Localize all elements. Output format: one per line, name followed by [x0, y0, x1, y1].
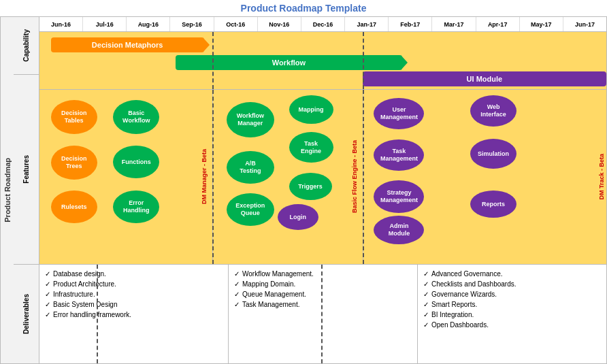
task-management-oval: TaskManagement	[374, 139, 424, 171]
month-jun17: Jun-17	[563, 17, 606, 31]
deliverables-section-3: ✓ Advanced Governance. ✓ Checklists and …	[418, 265, 606, 363]
dashed-line-sep16-feat	[212, 90, 214, 264]
login-oval: Login	[278, 204, 318, 230]
month-sep16: Sep-16	[170, 17, 214, 31]
month-jan17: Jan-17	[345, 17, 389, 31]
task-engine-oval: TaskEngine	[289, 132, 333, 163]
strategy-management-oval: StrategyManagement	[374, 180, 424, 213]
month-aug16: Aug-16	[127, 17, 170, 31]
capability-row: Decision Metaphors Workflow UI Module	[39, 32, 606, 90]
ui-module-bar: UI Module	[363, 71, 606, 86]
decision-tables-oval: DecisionTables	[51, 100, 97, 134]
functions-oval: Functions	[113, 146, 159, 178]
dashed-line-jan17-cap	[363, 32, 364, 89]
deliverables-label: Deliverables	[14, 265, 39, 363]
basic-flow-engine-beta: Basic Flow Engine - Beta	[351, 103, 358, 250]
month-jul16: Jul-16	[83, 17, 127, 31]
mapping-oval: Mapping	[289, 95, 333, 124]
month-apr17: Apr-17	[476, 17, 520, 31]
deliv-item: ✓ Smart Reports.	[423, 301, 601, 308]
deliv-item: ✓ Queue Management.	[234, 291, 412, 298]
deliverables-section-2: ✓ Workflow Management. ✓ Mapping Domain.…	[229, 265, 418, 363]
dashed-line-sep16-cap	[212, 32, 214, 89]
workflow-manager-oval: WorkflowManager	[227, 102, 274, 137]
simulation-oval: Simulation	[470, 139, 516, 169]
month-may17: May-17	[520, 17, 563, 31]
user-management-oval: UserManagement	[374, 98, 424, 129]
month-nov16: Nov-16	[258, 17, 301, 31]
triggers-oval: Triggers	[289, 173, 332, 200]
features-row: DecisionTables DecisionTrees Rulesets Ba…	[39, 90, 606, 265]
error-handling-oval: ErrorHandling	[113, 191, 159, 223]
product-roadmap-label: Product Roadmap	[0, 16, 14, 364]
dm-track-beta: DM Track - Beta	[598, 103, 605, 250]
month-oct16: Oct-16	[214, 17, 258, 31]
page-container: Product Roadmap Template Product Roadmap…	[0, 0, 607, 364]
deliverables-row: ✓ Database design. ✓ Product Architectur…	[39, 265, 606, 363]
features-label: Features	[14, 75, 39, 265]
workflow-bar: Workflow	[176, 55, 402, 70]
row-labels: Capability Features Deliverables	[14, 16, 39, 364]
basic-workflow-oval: BasicWorkflow	[113, 100, 159, 134]
ab-testing-oval: A/BTesting	[227, 151, 274, 184]
reports-oval: Reports	[470, 191, 516, 218]
dashed-line-jan17-feat	[363, 90, 364, 264]
decision-trees-oval: DecisionTrees	[51, 146, 97, 180]
exception-queue-oval: ExceptionQueue	[227, 193, 274, 226]
deliverables-section-1: ✓ Database design. ✓ Product Architectur…	[39, 265, 229, 363]
month-jun16: Jun-16	[39, 17, 83, 31]
page-title: Product Roadmap Template	[0, 0, 607, 16]
deliv-item: ✓ BI Integration.	[423, 311, 601, 318]
dm-manager-beta: DM Manager - Beta	[201, 103, 208, 250]
deliv-item: ✓ Mapping Domain.	[234, 280, 412, 288]
month-feb17: Feb-17	[389, 17, 432, 31]
deliv-item: ✓ Open Dashboards.	[423, 321, 601, 329]
admin-module-oval: AdminModule	[374, 216, 424, 244]
deliv-item: ✓ Task Management.	[234, 301, 412, 308]
rulesets-oval: Rulesets	[51, 191, 97, 223]
month-mar17: Mar-17	[432, 17, 476, 31]
month-dec16: Dec-16	[301, 17, 345, 31]
deliv-item: ✓ Advanced Governance.	[423, 270, 601, 278]
deliv-item: ✓ Governance Wizards.	[423, 291, 601, 298]
decision-metaphors-bar: Decision Metaphors	[51, 37, 204, 52]
capability-label: Capability	[14, 17, 39, 75]
web-interface-oval: WebInterface	[470, 95, 516, 127]
month-header: Jun-16 Jul-16 Aug-16 Sep-16 Oct-16 Nov-1…	[39, 17, 606, 32]
content-area: Jun-16 Jul-16 Aug-16 Sep-16 Oct-16 Nov-1…	[39, 16, 607, 364]
deliv-item: ✓ Workflow Management.	[234, 270, 412, 278]
deliv-item: ✓ Checklists and Dashboards.	[423, 280, 601, 288]
